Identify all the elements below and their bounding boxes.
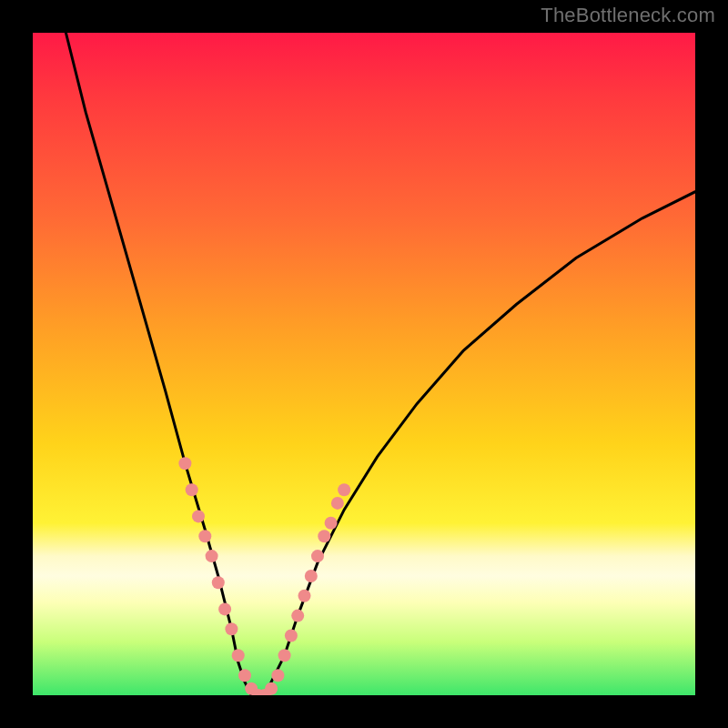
marker-dot [186,483,198,496]
marker-dot [305,570,318,582]
curve-svg [33,33,695,695]
marker-dot [278,649,291,662]
highlight-dots [178,457,350,695]
marker-dot [285,630,298,642]
marker-dot [212,576,225,589]
watermark-text: TheBottleneck.com [541,4,715,27]
marker-dot [298,590,311,602]
marker-dot [311,550,324,562]
marker-dot [192,510,205,522]
marker-dot [331,497,344,510]
marker-dot [225,622,238,635]
marker-dot [206,550,218,562]
marker-dot [271,669,284,682]
marker-dot [198,530,211,542]
bottleneck-curve [66,33,695,695]
plot-area [33,33,695,695]
chart-frame: TheBottleneck.com [0,0,728,728]
marker-dot [265,682,278,695]
marker-dot [291,610,304,622]
marker-dot [318,530,330,542]
marker-dot [218,602,231,615]
marker-dot [338,483,350,496]
marker-dot [178,457,191,470]
marker-dot [232,649,245,662]
marker-dot [325,517,338,530]
marker-dot [238,669,251,682]
